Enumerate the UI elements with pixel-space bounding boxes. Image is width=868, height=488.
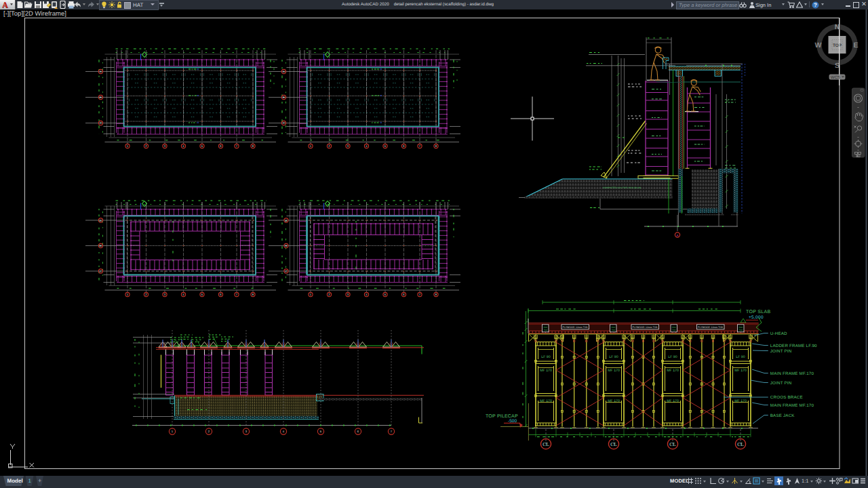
- svg-text:B: B: [100, 244, 102, 247]
- svg-text:MAIN FRAME MF.170: MAIN FRAME MF.170: [770, 371, 814, 376]
- svg-text:+5,000: +5,000: [749, 315, 764, 320]
- svg-text:200: 200: [672, 326, 676, 329]
- svg-text:1: 1: [127, 144, 129, 148]
- svg-text:4: 4: [366, 293, 368, 296]
- svg-text:-500: -500: [508, 419, 517, 424]
- svg-text:1: 1: [310, 144, 312, 148]
- svg-text:5: 5: [384, 293, 387, 296]
- svg-text:8: 8: [435, 144, 437, 148]
- svg-text:B: B: [285, 244, 288, 247]
- svg-text:MF 170: MF 170: [540, 369, 552, 373]
- svg-text:6: 6: [357, 430, 359, 433]
- svg-text:PLYWOOD 12mm THK: PLYWOOD 12mm THK: [698, 326, 724, 329]
- svg-text:5: 5: [384, 144, 387, 148]
- svg-text:200: 200: [738, 326, 743, 329]
- svg-text:TOP: TOP: [833, 43, 842, 48]
- svg-text:2: 2: [208, 430, 210, 433]
- svg-text:8: 8: [435, 293, 437, 296]
- svg-text:CL: CL: [610, 441, 617, 447]
- svg-text:7: 7: [391, 430, 393, 433]
- svg-text:5: 5: [320, 430, 322, 433]
- svg-text:4: 4: [283, 430, 285, 433]
- svg-text:COMPACTED SOIL FOR JACK (DU-M): COMPACTED SOIL FOR JACK (DU-M): [603, 186, 641, 189]
- svg-text:MF 170: MF 170: [667, 369, 679, 373]
- svg-text:LF 90: LF 90: [736, 355, 745, 359]
- svg-text:PLYWOOD 12mm THK: PLYWOOD 12mm THK: [563, 326, 589, 329]
- svg-text:MF 170: MF 170: [667, 399, 679, 403]
- svg-text:JOINT PIN: JOINT PIN: [770, 381, 792, 386]
- svg-text:2: 2: [328, 144, 330, 148]
- svg-text:7: 7: [419, 293, 421, 296]
- svg-text:PLYWOOD 12mm THK: PLYWOOD 12mm THK: [633, 326, 658, 329]
- svg-text:?: ?: [814, 2, 817, 8]
- svg-text:MF 170: MF 170: [734, 369, 747, 373]
- svg-text:6: 6: [220, 144, 222, 148]
- svg-text:JOINT PIN: JOINT PIN: [770, 349, 792, 354]
- svg-text:3: 3: [347, 293, 349, 296]
- svg-text:MF 170: MF 170: [608, 369, 620, 373]
- svg-text:CL: CL: [669, 441, 676, 447]
- svg-text:WCS: WCS: [831, 75, 840, 80]
- svg-text:TOP SLAB: TOP SLAB: [746, 310, 770, 314]
- svg-text:2: 2: [145, 144, 147, 148]
- svg-text:1: 1: [127, 293, 129, 296]
- svg-text:A: A: [100, 70, 102, 73]
- svg-text:A: A: [285, 219, 288, 222]
- svg-text:LADDER FRAME LF.90: LADDER FRAME LF.90: [770, 344, 817, 348]
- svg-text:LF 90: LF 90: [541, 355, 550, 359]
- svg-text:CROOS BRACE: CROOS BRACE: [770, 395, 803, 400]
- svg-text:CL: CL: [542, 441, 549, 447]
- svg-text:3: 3: [347, 144, 349, 148]
- svg-text:200: 200: [611, 326, 615, 329]
- svg-text:8: 8: [252, 293, 254, 296]
- svg-text:700: 700: [672, 329, 676, 331]
- svg-text:700: 700: [543, 329, 547, 331]
- svg-text:3: 3: [164, 144, 166, 148]
- svg-text:7: 7: [419, 144, 421, 148]
- svg-text:200: 200: [543, 326, 547, 329]
- svg-text:2: 2: [328, 293, 330, 296]
- svg-text:1: 1: [310, 293, 312, 296]
- svg-text:U-HEAD: U-HEAD: [770, 331, 787, 336]
- svg-text:S: S: [835, 62, 840, 70]
- svg-text:A: A: [100, 219, 102, 222]
- svg-text:6: 6: [403, 293, 405, 296]
- svg-text:E: E: [853, 41, 858, 49]
- svg-text:3: 3: [245, 430, 248, 433]
- svg-text:C: C: [100, 121, 102, 125]
- svg-text:MF 170: MF 170: [608, 399, 620, 403]
- svg-text:6: 6: [403, 144, 405, 148]
- svg-text:5: 5: [201, 144, 203, 148]
- svg-text:BASE JACK: BASE JACK: [770, 413, 795, 418]
- svg-text:A: A: [676, 234, 678, 237]
- svg-text:B: B: [100, 96, 102, 99]
- svg-text:MAIN FRAME MF.170: MAIN FRAME MF.170: [770, 403, 814, 408]
- svg-text:8: 8: [252, 144, 254, 148]
- svg-text:B: B: [283, 96, 285, 99]
- svg-text:7: 7: [236, 144, 238, 148]
- svg-text:4: 4: [182, 293, 184, 296]
- svg-text:7: 7: [236, 293, 238, 296]
- svg-text:CL: CL: [737, 441, 744, 447]
- svg-text:LF 90: LF 90: [609, 355, 618, 359]
- svg-text:1: 1: [172, 430, 174, 433]
- svg-text:4: 4: [366, 144, 368, 148]
- svg-text:2: 2: [145, 293, 147, 296]
- svg-text:MF 170: MF 170: [734, 399, 747, 403]
- svg-text:4: 4: [182, 144, 184, 148]
- svg-text:W: W: [815, 41, 822, 49]
- svg-text:C: C: [100, 270, 102, 273]
- svg-text:TOP PILECAP: TOP PILECAP: [486, 414, 518, 419]
- svg-text:3: 3: [164, 293, 166, 296]
- svg-text:A: A: [283, 70, 285, 73]
- svg-text:MF 170: MF 170: [540, 399, 552, 403]
- svg-text:5: 5: [201, 293, 203, 296]
- svg-text:LF 90: LF 90: [668, 355, 677, 359]
- svg-text:6: 6: [220, 293, 222, 296]
- svg-text:700: 700: [611, 329, 615, 331]
- svg-text:700: 700: [738, 329, 743, 331]
- svg-text:C: C: [283, 121, 285, 125]
- svg-text:C: C: [285, 270, 287, 273]
